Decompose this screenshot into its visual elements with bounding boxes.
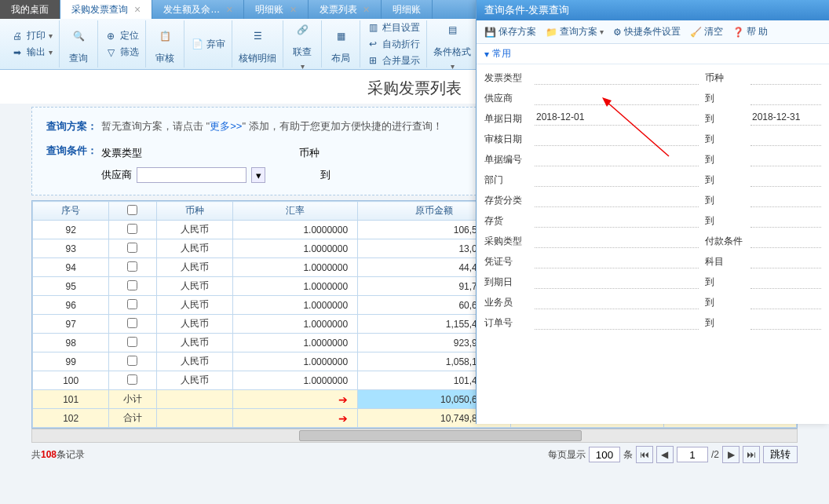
picker-icon[interactable]: ▾	[251, 167, 265, 183]
panel-field-row: 业务员到	[484, 292, 821, 312]
panel-field-input[interactable]	[535, 71, 699, 85]
cond-format-button[interactable]: ▤条件格式▾	[433, 17, 471, 71]
panel-field-input[interactable]	[750, 214, 821, 228]
gear-icon: ⚙	[613, 27, 622, 38]
row-checkbox[interactable]	[127, 337, 137, 347]
clear-button[interactable]: 🧹清空	[690, 25, 723, 38]
link-icon: 🔗	[290, 17, 315, 42]
row-checkbox[interactable]	[127, 280, 137, 290]
layout-button[interactable]: ▦布局	[328, 24, 353, 65]
format-icon: ▤	[440, 17, 465, 42]
panel-field-input[interactable]	[750, 132, 821, 146]
union-query-button[interactable]: 🔗联查▾	[290, 17, 315, 71]
panel-section-common[interactable]: ▾常用	[484, 47, 821, 60]
row-checkbox[interactable]	[127, 318, 137, 328]
merge-show-button[interactable]: ⊞合并显示	[367, 54, 420, 68]
panel-field-input[interactable]	[750, 254, 821, 268]
funnel-icon: ▽	[104, 46, 117, 59]
panel-field-input[interactable]	[750, 71, 821, 85]
target-icon: ⊕	[104, 30, 117, 42]
panel-field-input[interactable]	[750, 295, 821, 309]
page-input[interactable]	[677, 447, 708, 462]
panel-field-input[interactable]	[750, 275, 821, 289]
panel-field-input[interactable]	[535, 193, 699, 207]
tab-invoice-list[interactable]: 发票列表×	[309, 0, 382, 19]
abandon-icon: 📄	[191, 38, 203, 50]
panel-field-input[interactable]	[535, 214, 699, 228]
record-count: 共108条记录	[31, 448, 85, 462]
prev-page-button[interactable]: ◀	[656, 446, 674, 463]
columns-icon: ▥	[367, 21, 379, 34]
horizontal-scrollbar[interactable]	[31, 429, 798, 443]
panel-field-input[interactable]	[750, 173, 821, 187]
panel-field-row: 存货到	[484, 210, 821, 231]
panel-field-row: 部门到	[484, 170, 821, 190]
query-cond-label: 查询条件：	[46, 144, 101, 158]
row-checkbox[interactable]	[127, 224, 137, 234]
panel-field-input[interactable]	[750, 316, 821, 330]
export-icon: ➡	[11, 46, 24, 59]
panel-field-input[interactable]	[535, 316, 699, 330]
abandon-button[interactable]: 📄弃审	[191, 38, 225, 51]
panel-field-input[interactable]: 2018-12-01	[535, 111, 699, 126]
row-checkbox[interactable]	[127, 299, 137, 309]
tab-invoice-query[interactable]: 采购发票查询×	[60, 0, 152, 19]
first-page-button[interactable]: ⏮	[636, 446, 653, 463]
panel-field-input[interactable]	[535, 254, 699, 268]
row-checkbox[interactable]	[127, 261, 137, 272]
query-panel: 查询条件-发票查询 💾保存方案 📁查询方案▾ ⚙快捷条件设置 🧹清空 ❓帮 助 …	[476, 0, 829, 424]
tab-desktop[interactable]: 我的桌面	[0, 0, 60, 19]
panel-field-input[interactable]	[750, 193, 821, 207]
next-page-button[interactable]: ▶	[722, 446, 740, 463]
list-icon: ☰	[245, 24, 270, 49]
panel-field-row: 到期日到	[484, 272, 821, 292]
auto-wrap-button[interactable]: ↩自动折行	[367, 38, 420, 51]
more-link[interactable]: 更多>>	[210, 120, 242, 132]
panel-field-input[interactable]	[535, 132, 699, 146]
magnifier-icon: 🔍	[66, 24, 91, 49]
scrollbar-thumb[interactable]	[299, 430, 582, 441]
tab-balance[interactable]: 发生额及余…×	[152, 0, 244, 19]
jump-button[interactable]: 跳转	[763, 446, 798, 463]
panel-field-input[interactable]	[750, 91, 821, 105]
panel-field-input[interactable]	[750, 234, 821, 248]
panel-field-input[interactable]	[535, 295, 699, 309]
panel-field-row: 供应商到	[484, 88, 821, 108]
panel-field-row: 凭证号科目	[484, 251, 821, 272]
help-icon: ❓	[732, 27, 744, 38]
quick-cond-button[interactable]: ⚙快捷条件设置	[613, 25, 681, 38]
footer: 共108条记录 每页显示 条 ⏮ ◀ /2 ▶ ⏭ 跳转	[31, 446, 798, 463]
select-all-checkbox[interactable]	[127, 205, 137, 215]
print-button[interactable]: 🖨打印▾	[11, 29, 53, 42]
tab-detail1[interactable]: 明细账×	[244, 0, 308, 19]
row-checkbox[interactable]	[127, 374, 137, 385]
query-plan-button[interactable]: 📁查询方案▾	[546, 25, 604, 38]
help-button[interactable]: ❓帮 助	[732, 25, 768, 38]
merge-icon: ⊞	[367, 54, 379, 67]
row-checkbox[interactable]	[127, 243, 137, 253]
panel-field-input[interactable]	[535, 91, 699, 105]
panel-field-input[interactable]	[535, 173, 699, 187]
panel-field-input[interactable]	[750, 152, 821, 166]
audit-button[interactable]: 📋审核	[152, 24, 177, 65]
panel-field-input[interactable]	[535, 234, 699, 248]
per-page-input[interactable]	[589, 447, 620, 462]
query-button[interactable]: 🔍查询	[66, 24, 91, 65]
output-button[interactable]: ➡输出▾	[11, 46, 53, 59]
save-plan-button[interactable]: 💾保存方案	[484, 25, 536, 38]
last-page-button[interactable]: ⏭	[743, 446, 760, 463]
column-settings-button[interactable]: ▥栏目设置	[367, 21, 420, 35]
close-icon[interactable]: ×	[134, 3, 141, 16]
panel-field-input[interactable]	[535, 152, 699, 166]
row-checkbox[interactable]	[127, 356, 137, 366]
panel-field-input[interactable]	[535, 275, 699, 289]
panel-field-input[interactable]: 2018-12-31	[750, 111, 821, 126]
tab-detail2[interactable]: 明细账	[382, 0, 433, 19]
query-plan-label: 查询方案：	[46, 119, 101, 133]
field-invoice-type-label: 发票类型	[101, 146, 142, 160]
supplier-input[interactable]	[137, 167, 247, 183]
filter-button[interactable]: ▽筛选	[104, 46, 139, 59]
locate-button[interactable]: ⊕定位	[104, 29, 139, 42]
panel-field-row: 订单号到	[484, 312, 821, 333]
verify-detail-button[interactable]: ☰核销明细	[239, 24, 276, 65]
